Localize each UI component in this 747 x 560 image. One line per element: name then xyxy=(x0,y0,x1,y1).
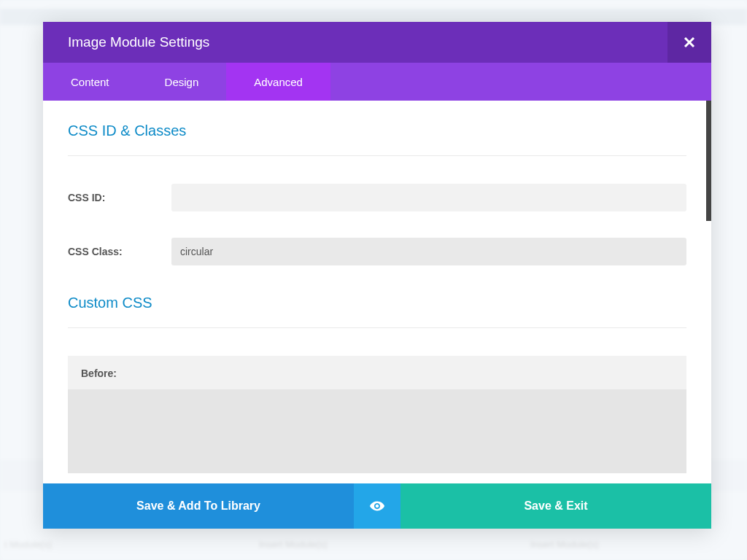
modal-body: CSS ID & Classes CSS ID: CSS Class: Cust… xyxy=(43,101,711,483)
custom-css-section: Custom CSS Before: xyxy=(68,295,686,473)
css-box-label-before: Before: xyxy=(81,368,673,379)
field-row-css-id: CSS ID: xyxy=(68,184,686,211)
css-textarea-before[interactable] xyxy=(68,389,686,473)
tab-content[interactable]: Content xyxy=(43,63,137,101)
input-css-id[interactable] xyxy=(171,184,686,211)
settings-modal: Image Module Settings Content Design Adv… xyxy=(43,22,711,529)
modal-header: Image Module Settings xyxy=(43,22,711,63)
modal-footer: Save & Add To Library Save & Exit xyxy=(43,483,711,529)
section-title-css-id-classes: CSS ID & Classes xyxy=(68,122,686,139)
save-exit-button[interactable]: Save & Exit xyxy=(400,483,711,529)
tabs-bar: Content Design Advanced xyxy=(43,63,711,101)
scrollbar[interactable] xyxy=(706,101,711,221)
field-row-css-class: CSS Class: xyxy=(68,238,686,265)
close-button[interactable] xyxy=(667,22,711,63)
save-add-to-library-button[interactable]: Save & Add To Library xyxy=(43,483,354,529)
bg-text: Insert Module(s) xyxy=(259,539,328,550)
label-css-id: CSS ID: xyxy=(68,192,171,203)
input-css-class[interactable] xyxy=(171,238,686,265)
label-css-class: CSS Class: xyxy=(68,246,171,257)
modal-title: Image Module Settings xyxy=(68,34,209,50)
css-box-before: Before: xyxy=(68,356,686,473)
bg-text: t Module(s) xyxy=(4,539,52,550)
section-title-custom-css: Custom CSS xyxy=(68,295,686,311)
bg-text: Insert Module(s) xyxy=(530,539,599,550)
close-icon xyxy=(684,36,695,48)
eye-icon xyxy=(369,498,385,514)
tab-advanced[interactable]: Advanced xyxy=(226,63,330,101)
tab-design[interactable]: Design xyxy=(137,63,227,101)
divider xyxy=(68,155,686,156)
preview-button[interactable] xyxy=(354,483,400,529)
divider xyxy=(68,327,686,328)
